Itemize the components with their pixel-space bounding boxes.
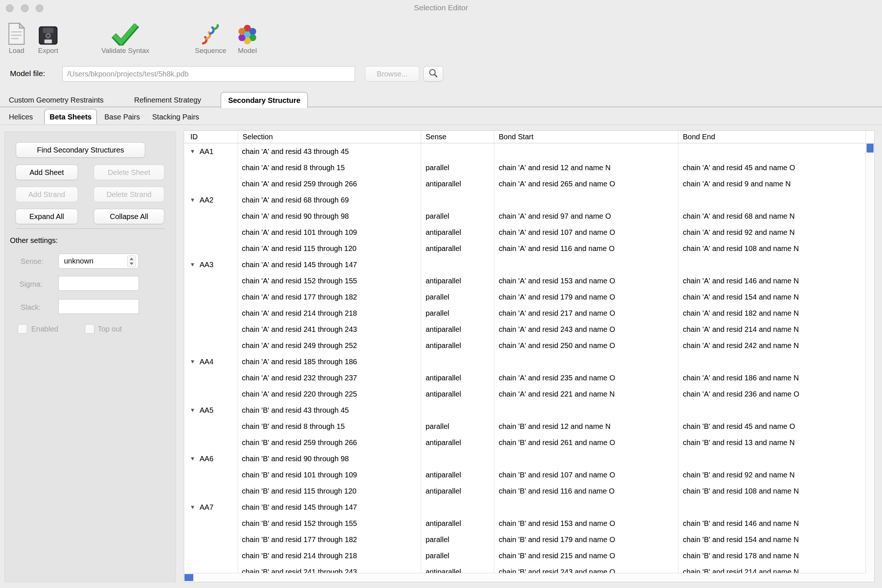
table-row[interactable]: ▼ chain 'B' and resid 214 through 218 pa… [184, 548, 866, 564]
tab-custom-geometry-restraints[interactable]: Custom Geometry Restraints [9, 92, 104, 107]
sequence-button[interactable]: Sequence [189, 18, 232, 55]
disclosure-triangle-icon[interactable]: ▼ [189, 256, 196, 273]
cell-id: ▼ AA7 [184, 499, 238, 515]
delete-strand-button[interactable]: Delete Strand [94, 187, 164, 202]
cell-bond-end: chain 'A' and resid 186 and name N [678, 370, 866, 386]
vertical-scrollbar-thumb[interactable] [867, 144, 873, 153]
enabled-checkbox[interactable] [18, 324, 27, 334]
table-header-row: ID Selection Sense Bond Start Bond End [184, 131, 874, 143]
disclosure-triangle-icon[interactable]: ▼ [189, 450, 196, 467]
browse-button[interactable]: Browse... [365, 66, 419, 82]
cell-bond-start: chain 'A' and resid 179 and name O [494, 289, 678, 305]
disclosure-triangle-icon[interactable]: ▼ [189, 402, 196, 418]
tab-refinement-strategy[interactable]: Refinement Strategy [134, 92, 201, 107]
table-row[interactable]: ▼ AA2 chain 'A' and resid 68 through 69 [184, 192, 866, 208]
disclosure-triangle-icon[interactable]: ▼ [189, 354, 196, 370]
table-row[interactable]: ▼ chain 'A' and resid 115 through 120 an… [184, 240, 866, 256]
top-out-checkbox[interactable] [85, 324, 94, 334]
tab-beta-sheets[interactable]: Beta Sheets [44, 109, 97, 124]
table-row[interactable]: ▼ chain 'A' and resid 152 through 155 an… [184, 273, 866, 289]
delete-sheet-button[interactable]: Delete Sheet [94, 165, 164, 180]
tab-secondary-structure[interactable]: Secondary Structure [220, 92, 308, 108]
cell-id: ▼ [184, 289, 238, 305]
table-row[interactable]: ▼ chain 'B' and resid 177 through 182 pa… [184, 531, 866, 548]
column-header-sense[interactable]: Sense [421, 131, 494, 143]
cell-id: ▼ [184, 305, 238, 321]
cell-selection: chain 'A' and resid 232 through 237 [238, 370, 421, 386]
cell-selection: chain 'B' and resid 145 through 147 [238, 499, 421, 515]
table-row[interactable]: ▼ chain 'A' and resid 214 through 218 pa… [184, 305, 866, 321]
vertical-scrollbar[interactable] [866, 143, 874, 573]
cell-id: ▼ AA3 [184, 256, 238, 273]
disclosure-triangle-icon[interactable]: ▼ [189, 499, 196, 515]
export-button[interactable]: Export [34, 18, 63, 55]
cell-selection: chain 'B' and resid 259 through 266 [238, 434, 421, 450]
tab-helices[interactable]: Helices [9, 109, 33, 124]
table-row[interactable]: ▼ chain 'A' and resid 220 through 225 an… [184, 386, 866, 402]
column-header-bond-start[interactable]: Bond Start [494, 131, 678, 143]
cell-sense: parallel [421, 289, 494, 305]
table-row[interactable]: ▼ AA7 chain 'B' and resid 145 through 14… [184, 499, 866, 515]
sense-dropdown-value: unknown [64, 257, 127, 266]
cell-id: ▼ [184, 483, 238, 499]
add-sheet-button[interactable]: Add Sheet [15, 165, 78, 180]
table-row[interactable]: ▼ chain 'B' and resid 8 through 15 paral… [184, 418, 866, 434]
table-row[interactable]: ▼ AA1 chain 'A' and resid 43 through 45 [184, 143, 866, 159]
add-strand-button[interactable]: Add Strand [15, 187, 78, 202]
tab-base-pairs[interactable]: Base Pairs [104, 109, 140, 124]
expand-all-button[interactable]: Expand All [15, 209, 78, 224]
window-title: Selection Editor [0, 3, 882, 12]
table-row[interactable]: ▼ AA3 chain 'A' and resid 145 through 14… [184, 256, 866, 273]
cell-bond-end: chain 'A' and resid 68 and name N [678, 208, 866, 224]
cell-bond-end: chain 'A' and resid 154 and name N [678, 289, 866, 305]
document-icon [4, 18, 29, 46]
disclosure-triangle-icon[interactable]: ▼ [189, 143, 196, 159]
table-row[interactable]: ▼ AA4 chain 'A' and resid 185 through 18… [184, 354, 866, 370]
table-row[interactable]: ▼ chain 'B' and resid 241 through 243 an… [184, 564, 866, 573]
table-row[interactable]: ▼ AA5 chain 'B' and resid 43 through 45 [184, 402, 866, 418]
sigma-label: Sigma: [20, 280, 42, 288]
table-row[interactable]: ▼ chain 'B' and resid 259 through 266 an… [184, 434, 866, 450]
column-header-bond-end[interactable]: Bond End [678, 131, 866, 143]
table-row[interactable]: ▼ chain 'B' and resid 152 through 155 an… [184, 515, 866, 531]
horizontal-scrollbar-thumb[interactable] [184, 574, 193, 581]
column-header-id[interactable]: ID [184, 131, 238, 143]
table-row[interactable]: ▼ chain 'A' and resid 232 through 237 an… [184, 370, 866, 386]
cell-id: ▼ [184, 159, 238, 176]
table-row[interactable]: ▼ chain 'A' and resid 259 through 266 an… [184, 176, 866, 192]
cell-sense: antiparallel [421, 386, 494, 402]
table-row[interactable]: ▼ chain 'A' and resid 249 through 252 an… [184, 338, 866, 354]
horizontal-scrollbar[interactable] [184, 573, 866, 582]
cell-id: ▼ [184, 515, 238, 531]
find-secondary-structures-button[interactable]: Find Secondary Structures [16, 142, 145, 158]
table-row[interactable]: ▼ chain 'A' and resid 101 through 109 an… [184, 224, 866, 240]
cell-bond-end: chain 'A' and resid 108 and name N [678, 240, 866, 256]
model-file-input[interactable] [63, 66, 355, 82]
row-id-text: AA2 [200, 192, 213, 208]
sigma-input[interactable] [58, 276, 139, 291]
sense-dropdown[interactable]: unknown [58, 254, 138, 268]
cell-id: ▼ [184, 531, 238, 548]
cell-bond-end: chain 'A' and resid 92 and name N [678, 224, 866, 240]
model-button[interactable]: Model [231, 18, 264, 55]
table-row[interactable]: ▼ chain 'A' and resid 90 through 98 para… [184, 208, 866, 224]
cell-id: ▼ [184, 338, 238, 354]
table-row[interactable]: ▼ chain 'A' and resid 241 through 243 an… [184, 321, 866, 338]
table-row[interactable]: ▼ chain 'A' and resid 177 through 182 pa… [184, 289, 866, 305]
search-button[interactable] [423, 66, 443, 82]
tab-stacking-pairs[interactable]: Stacking Pairs [152, 109, 199, 124]
column-header-selection[interactable]: Selection [238, 131, 421, 143]
collapse-all-button[interactable]: Collapse All [94, 209, 164, 224]
cell-bond-end: chain 'B' and resid 146 and name N [678, 515, 866, 531]
table-row[interactable]: ▼ chain 'B' and resid 115 through 120 an… [184, 483, 866, 499]
validate-syntax-button[interactable]: Validate Syntax [96, 18, 155, 55]
load-button[interactable]: Load [4, 18, 29, 55]
table-row[interactable]: ▼ AA6 chain 'B' and resid 90 through 98 [184, 450, 866, 467]
table-row[interactable]: ▼ chain 'B' and resid 101 through 109 an… [184, 467, 866, 483]
table-row[interactable]: ▼ chain 'A' and resid 8 through 15 paral… [184, 159, 866, 176]
cell-bond-end: chain 'A' and resid 182 and name N [678, 305, 866, 321]
disclosure-triangle-icon[interactable]: ▼ [189, 192, 196, 208]
slack-input[interactable] [58, 299, 139, 314]
cell-bond-start [494, 499, 678, 515]
cell-selection: chain 'A' and resid 241 through 243 [238, 321, 421, 338]
